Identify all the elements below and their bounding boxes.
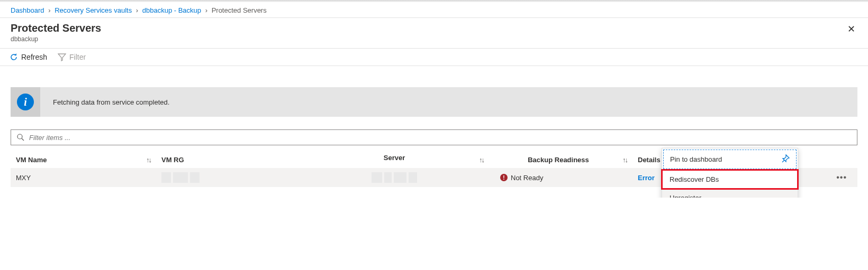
refresh-button[interactable]: Refresh (10, 53, 47, 61)
menu-unregister-label: Unregister (670, 194, 701, 198)
column-details[interactable]: Details (638, 156, 661, 164)
cell-details-link[interactable]: Error (638, 174, 655, 182)
filter-items-box[interactable] (11, 129, 857, 145)
svg-point-0 (17, 134, 22, 139)
row-context-menu: Pin to dashboard Rediscover DBs Unregist… (662, 148, 798, 198)
chevron-right-icon: › (48, 6, 50, 14)
page-header: Protected Servers dbbackup ✕ (0, 17, 868, 48)
page-subtitle: dbbackup (11, 35, 101, 43)
sort-icon[interactable]: ↑↓ (146, 156, 151, 164)
cell-server-redacted (372, 172, 417, 183)
menu-rediscover-dbs[interactable]: Rediscover DBs (662, 170, 798, 189)
pin-icon (781, 154, 790, 164)
close-icon[interactable]: ✕ (845, 22, 857, 36)
cell-backup-readiness: Not Ready (511, 174, 543, 182)
filter-icon (58, 53, 66, 61)
filter-button[interactable]: Filter (58, 53, 86, 61)
column-vm-rg[interactable]: VM RG (161, 156, 184, 164)
notification-bar: i Fetching data from service completed. (11, 87, 857, 117)
notification-icon-wrap: i (11, 87, 40, 117)
sort-icon[interactable]: ↑↓ (479, 156, 484, 164)
column-vm-name[interactable]: VM Name (16, 156, 47, 164)
breadcrumb-dashboard[interactable]: Dashboard (11, 6, 44, 14)
filter-items-input[interactable] (29, 134, 852, 142)
info-icon: i (17, 94, 34, 110)
breadcrumb-dbbackup-backup[interactable]: dbbackup - Backup (142, 6, 201, 14)
refresh-icon (10, 53, 18, 61)
cell-vm-rg-redacted (161, 172, 200, 183)
chevron-right-icon: › (205, 6, 207, 14)
command-bar: Refresh Filter (0, 48, 868, 66)
menu-unregister[interactable]: Unregister (662, 189, 798, 198)
menu-pin-to-dashboard[interactable]: Pin to dashboard (663, 150, 797, 169)
sort-icon[interactable]: ↑↓ (622, 156, 627, 164)
page-title: Protected Servers (11, 22, 101, 34)
breadcrumb: Dashboard › Recovery Services vaults › d… (0, 2, 868, 17)
notification-text: Fetching data from service completed. (40, 87, 182, 117)
error-icon: ! (500, 174, 508, 181)
filter-label: Filter (69, 53, 86, 61)
menu-pin-label: Pin to dashboard (670, 155, 722, 163)
column-server[interactable]: Server (384, 154, 405, 162)
svg-line-1 (22, 138, 24, 141)
refresh-label: Refresh (21, 53, 47, 61)
row-actions-button[interactable]: ••• (836, 173, 847, 182)
cell-vm-name: MXY (16, 174, 31, 182)
breadcrumb-recovery-vaults[interactable]: Recovery Services vaults (55, 6, 132, 14)
main-content: i Fetching data from service completed. … (0, 66, 868, 198)
breadcrumb-current: Protected Servers (212, 6, 267, 14)
menu-rediscover-label: Rediscover DBs (670, 175, 719, 183)
column-backup-readiness[interactable]: Backup Readiness (528, 156, 589, 164)
chevron-right-icon: › (136, 6, 138, 14)
search-icon (16, 133, 25, 142)
